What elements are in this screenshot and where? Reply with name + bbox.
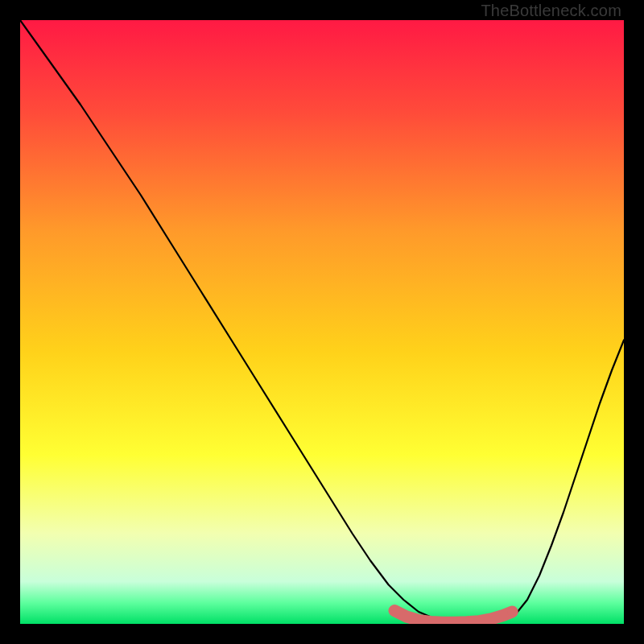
marker-dot — [507, 607, 517, 617]
chart-svg — [20, 20, 624, 624]
watermark-text: TheBottleneck.com — [481, 2, 621, 20]
chart-frame: TheBottleneck.com — [0, 0, 644, 644]
plot-area — [20, 20, 624, 624]
gradient-background — [20, 20, 624, 624]
